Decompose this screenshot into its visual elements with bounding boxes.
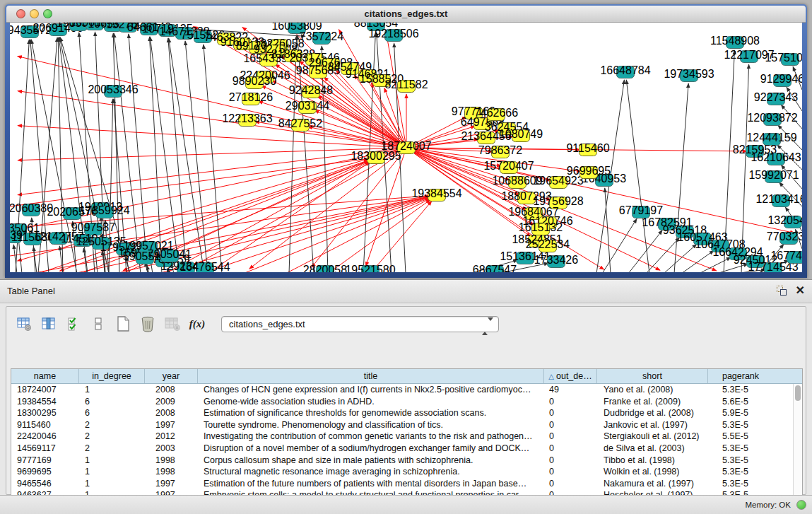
network-node[interactable]: 8211582 xyxy=(384,78,428,93)
column-header-pagerank[interactable]: pagerank xyxy=(708,369,773,383)
network-edge[interactable] xyxy=(185,41,208,272)
network-node[interactable]: 11548908 xyxy=(710,35,760,49)
network-edge[interactable] xyxy=(208,162,370,272)
svg-text:7905041: 7905041 xyxy=(148,248,192,260)
table-cell: Wolkin et al. (1998) xyxy=(597,466,708,478)
table-cell: 1 xyxy=(79,384,145,396)
network-node[interactable]: 2903144 xyxy=(286,100,329,114)
network-node[interactable]: 19218506 xyxy=(368,28,418,42)
table-cell: 0 xyxy=(544,478,597,490)
network-node[interactable]: 12213363 xyxy=(222,112,272,127)
network-node[interactable]: 16476544 xyxy=(180,261,230,273)
table-cell: 2012 xyxy=(145,431,198,443)
delete-button[interactable] xyxy=(139,315,157,333)
network-node[interactable]: 15720407 xyxy=(483,160,534,174)
network-node[interactable]: 8427552 xyxy=(278,117,322,132)
scrollbar-thumb[interactable] xyxy=(795,385,801,401)
network-node[interactable]: 16210643 xyxy=(751,151,801,165)
minimize-window-button[interactable] xyxy=(30,9,39,18)
zoom-window-button[interactable] xyxy=(43,9,52,18)
network-edge[interactable] xyxy=(605,188,611,272)
table-settings-button[interactable] xyxy=(15,315,33,333)
network-node[interactable]: 9115460 xyxy=(566,142,609,156)
table-cell: 2008 xyxy=(145,407,198,419)
network-edge[interactable] xyxy=(664,244,697,272)
network-edge[interactable] xyxy=(10,158,368,206)
table-cell: 0 xyxy=(544,419,597,431)
network-edge[interactable] xyxy=(626,80,649,272)
table-row[interactable]: 977716911998Corpus callosum shape and si… xyxy=(11,455,793,467)
svg-text:12093872: 12093872 xyxy=(747,112,797,124)
network-node[interactable]: 9129946 xyxy=(760,73,802,87)
network-node[interactable]: 19654923 xyxy=(533,175,583,189)
network-node[interactable]: 15992071 xyxy=(748,169,799,183)
svg-text:7462666: 7462666 xyxy=(474,107,518,119)
select-rows-check-button[interactable] xyxy=(64,315,83,333)
network-node[interactable]: 2718126 xyxy=(229,91,273,105)
table-row[interactable]: 1456911722003Disruption of a novel membe… xyxy=(11,443,793,455)
network-node[interactable]: 12093872 xyxy=(747,112,797,126)
network-edge[interactable] xyxy=(674,83,688,272)
network-node[interactable]: 2820058 xyxy=(303,264,347,273)
network-edge[interactable] xyxy=(129,34,148,272)
table-cell: 5.3E-5 xyxy=(708,443,773,455)
column-header-name[interactable]: name xyxy=(11,369,79,383)
network-window: citations_edges.txt 94355722069140619053… xyxy=(5,4,807,278)
column-header-in_degree[interactable]: in_degree xyxy=(79,369,145,383)
table-row[interactable]: 1830029562008Estimation of significance … xyxy=(11,407,793,419)
network-node[interactable]: 16648784 xyxy=(600,64,650,78)
network-node[interactable]: 6867547 xyxy=(473,264,517,273)
window-titlebar[interactable]: citations_edges.txt xyxy=(6,6,806,23)
table-row[interactable]: 2242004622012Investigating the contribut… xyxy=(11,431,793,443)
network-node[interactable]: 1733426 xyxy=(534,254,578,268)
float-panel-icon[interactable] xyxy=(776,285,787,296)
function-builder-button[interactable]: f(x) xyxy=(188,315,206,333)
new-file-button[interactable] xyxy=(114,315,132,333)
close-panel-icon[interactable]: ✕ xyxy=(796,285,805,296)
network-node[interactable]: 9242848 xyxy=(289,84,333,98)
network-edge[interactable] xyxy=(18,91,406,148)
network-node[interactable]: 7986372 xyxy=(478,144,522,158)
network-node[interactable]: 9890230 xyxy=(233,75,276,89)
svg-text:16476544: 16476544 xyxy=(180,261,230,273)
network-node[interactable]: 12103416 xyxy=(755,193,802,207)
network-edge[interactable] xyxy=(328,199,430,272)
network-edge[interactable] xyxy=(18,126,406,148)
network-node[interactable]: 19734593 xyxy=(664,68,714,82)
table-row[interactable]: 911546021997Tourette syndrome. Phenomeno… xyxy=(11,419,793,431)
network-node[interactable]: 19521580 xyxy=(345,264,395,273)
svg-text:7703232: 7703232 xyxy=(767,230,802,243)
table-row[interactable]: 946554611997Estimation of the future num… xyxy=(11,478,793,490)
table-cell: 9699695 xyxy=(11,466,79,478)
column-header-title[interactable]: title xyxy=(198,369,544,383)
table-cell: 5.5E-5 xyxy=(708,431,773,443)
table-cell: 0 xyxy=(544,455,597,467)
row-height-button[interactable] xyxy=(89,315,107,333)
table-cell: 2 xyxy=(79,443,145,455)
table-row[interactable]: 1938455462009Genome-wide association stu… xyxy=(11,396,793,408)
network-node[interactable]: 9227343 xyxy=(754,91,798,105)
network-edge[interactable] xyxy=(150,37,180,272)
network-node[interactable]: 7703232 xyxy=(767,230,802,245)
column-header-year[interactable]: year xyxy=(145,369,198,383)
network-node[interactable]: 7357224 xyxy=(300,30,343,45)
network-edge[interactable] xyxy=(204,45,222,272)
table-cell: 14569117 xyxy=(11,443,79,455)
table-panel-title: Table Panel xyxy=(7,286,55,296)
svg-text:7357224: 7357224 xyxy=(300,30,343,42)
select-columns-button[interactable] xyxy=(40,315,58,333)
network-node[interactable]: 15751074 xyxy=(765,52,802,66)
network-node[interactable]: 13205450 xyxy=(767,214,802,228)
column-header-out_de[interactable]: △out_de… xyxy=(544,369,597,383)
network-node[interactable]: 20053346 xyxy=(88,83,138,98)
close-window-button[interactable] xyxy=(16,9,25,18)
table-cell: Tibbo et al. (1998) xyxy=(597,455,708,467)
table-vertical-scrollbar[interactable] xyxy=(793,384,802,502)
network-edge[interactable] xyxy=(406,148,794,233)
table-row[interactable]: 1872400712008Changes of HCN gene express… xyxy=(11,384,793,396)
column-header-short[interactable]: short xyxy=(597,369,708,383)
table-row[interactable]: 969969511998Structural magnetic resonanc… xyxy=(11,466,793,478)
network-node[interactable]: 21364456 xyxy=(461,130,511,144)
table-chooser-combobox[interactable]: citations_edges.txt xyxy=(221,316,499,332)
network-view-canvas[interactable]: 9435572206914061905380160619631065326715… xyxy=(10,23,802,272)
